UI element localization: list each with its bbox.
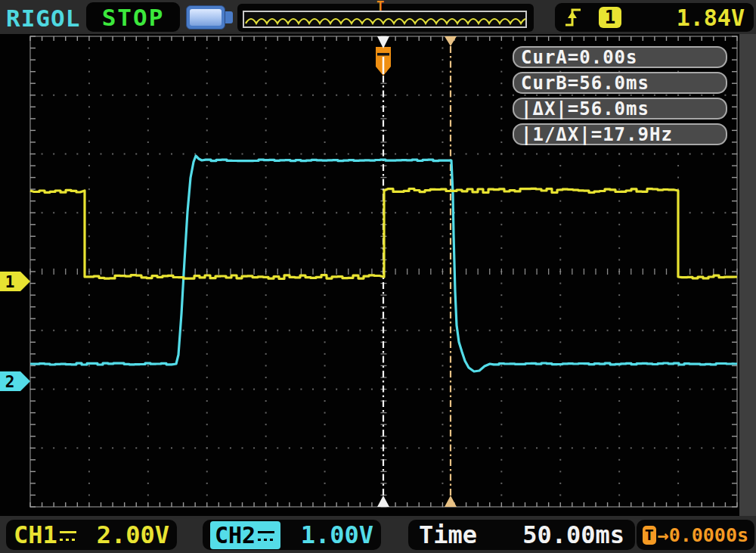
equals-sign: =: [568, 74, 579, 92]
cursor-measurement-panel: CurA=0.00s CurB=56.0ms |ΔX|=56.0ms |1/ΔX…: [513, 46, 727, 145]
rising-edge-trigger-icon: [564, 6, 582, 29]
ch2-volts-per-div: 1.00V: [301, 520, 373, 549]
usb-body-highlight: [190, 9, 222, 26]
ch1-waveform: [30, 188, 737, 278]
timebase-readout: Time 50.00ms: [408, 520, 635, 550]
timebase-label: Time: [419, 520, 477, 549]
preview-trigger-position-marker: T: [376, 0, 384, 13]
waveform-preview-wave: [244, 12, 525, 26]
right-bezel: [739, 34, 756, 516]
ch1-scale-readout: CH1 2.00V: [6, 520, 177, 550]
cursor-readout-deltax: |ΔX|=56.0ms: [513, 98, 727, 120]
cursor-value: 0.00s: [579, 48, 637, 67]
oscilloscope-screen: RIGOL STOP T 1 1.84V: [0, 0, 756, 553]
cursor-label: |ΔX|: [521, 100, 568, 118]
timebase-value: 50.00ms: [522, 520, 624, 549]
usb-connector-tab: [225, 11, 233, 23]
trigger-marker-band: [377, 53, 389, 56]
trigger-level-value: 1.84V: [677, 5, 745, 31]
waveform-preview-frame: [243, 11, 527, 28]
run-status-label: STOP: [102, 4, 165, 31]
cursor-value: 17.9Hz: [603, 126, 673, 144]
equals-sign: =: [568, 100, 579, 118]
trigger-source-channel: 1: [605, 7, 615, 28]
cursor-readout-inverse-deltax: |1/ΔX|=17.9Hz: [513, 123, 727, 145]
cursor-label: CurA: [521, 48, 568, 67]
cursor-value: 56.0ms: [579, 100, 649, 118]
ch2-ground-marker-label: 2: [5, 373, 15, 391]
dc-coupling-icon: [258, 531, 274, 541]
usb-storage-icon: [186, 5, 234, 30]
ch1-volts-per-div: 2.00V: [97, 520, 169, 549]
cursor-b-top-marker: [445, 36, 457, 46]
cursor-label: |1/ΔX|: [521, 126, 591, 144]
cursor-readout-cura: CurA=0.00s: [513, 46, 727, 68]
top-status-bar: RIGOL STOP T 1 1.84V: [0, 0, 756, 34]
trigger-status-box: 1 1.84V: [555, 3, 754, 32]
trigger-offset-readout: T → 0.0000s: [637, 520, 754, 550]
cursor-value: 56.0ms: [579, 74, 649, 92]
trigger-offset-icon: T: [643, 526, 656, 545]
equals-sign: =: [591, 126, 603, 144]
cursor-a-top-marker: [377, 36, 389, 48]
trigger-source-badge: 1: [599, 7, 621, 28]
bottom-status-bar: CH1 2.00V CH2 1.00V Time 50.00ms T → 0.0…: [0, 516, 756, 553]
ch1-label: CH1: [14, 520, 57, 549]
run-status-badge: STOP: [86, 2, 180, 32]
cursor-a-bottom-marker: [377, 496, 389, 507]
cursor-readout-curb: CurB=56.0ms: [513, 72, 727, 94]
usb-body: [186, 5, 225, 30]
ch2-selected-badge: CH2: [210, 521, 280, 549]
ch2-scale-readout: CH2 1.00V: [203, 520, 381, 550]
trigger-offset-value: 0.0000s: [669, 524, 748, 546]
cursor-label: CurB: [521, 74, 568, 92]
cursor-b-bottom-marker: [445, 496, 457, 507]
waveform-display-area: 12 CurA=0.00s CurB=56.0ms |ΔX|=56.0ms |1…: [0, 34, 756, 516]
equals-sign: =: [568, 48, 579, 67]
ch2-label: CH2: [215, 522, 256, 548]
ch1-ground-marker-label: 1: [5, 273, 15, 291]
brand-logo: RIGOL: [6, 5, 80, 32]
waveform-preview-bar: T: [237, 4, 534, 32]
trigger-offset-arrow: →: [658, 524, 669, 546]
dc-coupling-icon: [60, 531, 76, 541]
